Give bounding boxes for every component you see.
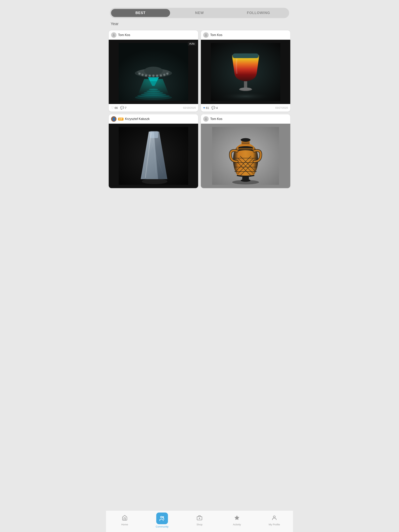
card2-header: Tom Kos: [201, 30, 290, 40]
nav-activity-label: Activity: [233, 523, 241, 526]
svg-point-71: [163, 517, 164, 518]
nav-community[interactable]: Community: [143, 513, 181, 528]
svg-point-65: [241, 138, 250, 142]
svg-point-24: [156, 75, 158, 77]
filter-tab-new[interactable]: NEW: [170, 9, 229, 17]
nav-community-label: Community: [156, 525, 168, 528]
card2-comment-icon: 💬: [211, 106, 215, 110]
filter-tab-following[interactable]: FOLLOWING: [229, 9, 288, 17]
svg-rect-54: [242, 177, 249, 181]
card3-vip-badge: VIP: [118, 118, 123, 120]
nav-profile[interactable]: My Profile: [256, 515, 293, 526]
svg-point-14: [139, 73, 141, 75]
svg-point-32: [205, 34, 207, 35]
card1-author: Tom Kos: [118, 33, 130, 37]
card-amphora[interactable]: Tom Kos: [201, 114, 290, 188]
card-goblet[interactable]: Tom Kos: [201, 30, 290, 112]
card-ufo[interactable]: Tom Kos: [109, 30, 198, 112]
nav-home-label: Home: [121, 523, 128, 526]
card1-date: 02/19/2020: [183, 106, 196, 109]
card2-comments-group: 💬 4: [211, 106, 218, 110]
svg-point-34: [218, 92, 274, 101]
svg-point-12: [144, 67, 163, 75]
nav-shop[interactable]: Shop: [181, 515, 218, 526]
card2-heart-icon: ♥: [203, 106, 205, 110]
card1-avatar: [111, 32, 116, 38]
svg-marker-75: [235, 515, 239, 520]
card3-image: [109, 124, 198, 188]
card4-header: Tom Kos: [201, 114, 290, 124]
card1-comment-icon: 💬: [120, 106, 124, 110]
filter-tab-best[interactable]: BEST: [111, 9, 170, 17]
card2-canvas: [201, 40, 290, 104]
card1-footer: ♡ 66 💬 7 02/19/2020: [109, 104, 198, 112]
card1-image: #Ufo: [109, 40, 198, 104]
card1-comments-group: 💬 7: [120, 106, 126, 110]
nav-shop-label: Shop: [197, 523, 202, 526]
card2-likes-group: ♥ 61: [203, 106, 209, 110]
svg-point-6: [147, 90, 160, 92]
svg-point-31: [135, 95, 172, 100]
svg-point-76: [273, 516, 275, 518]
card2-avatar: [203, 32, 209, 38]
card3-author: Krzysztof Kałuszk: [125, 117, 150, 121]
card3-avatar: 👤: [111, 116, 116, 122]
svg-point-39: [240, 88, 251, 90]
card1-header: Tom Kos: [109, 30, 198, 40]
svg-point-22: [153, 75, 154, 77]
svg-point-30: [166, 73, 168, 75]
svg-point-28: [163, 74, 165, 76]
svg-point-0: [113, 34, 115, 35]
nav-profile-label: My Profile: [269, 523, 280, 526]
shop-icon: [197, 515, 202, 522]
card4-author: Tom Kos: [210, 117, 222, 121]
card2-date: 03/27/2020: [275, 106, 288, 109]
svg-point-50: [205, 118, 207, 119]
svg-point-26: [160, 74, 162, 76]
svg-point-18: [145, 74, 147, 76]
profile-icon: [271, 515, 277, 522]
svg-point-7: [149, 89, 158, 90]
svg-point-16: [142, 74, 144, 76]
nav-home[interactable]: Home: [106, 515, 143, 526]
nav-activity[interactable]: Activity: [218, 515, 256, 526]
cards-grid: Tom Kos: [106, 30, 293, 188]
home-icon: [122, 515, 128, 522]
card4-canvas: [201, 124, 290, 188]
card2-author: Tom Kos: [210, 33, 222, 37]
community-icon: [156, 513, 168, 524]
card-iceberg[interactable]: 👤 VIP Krzysztof Kałuszk: [109, 114, 198, 188]
section-label: Year: [111, 22, 288, 26]
card2-comments: 4: [216, 106, 218, 109]
svg-point-20: [149, 75, 151, 77]
card2-footer: ♥ 61 💬 4 03/27/2020: [201, 104, 290, 112]
card4-image: [201, 124, 290, 188]
card2-likes: 61: [206, 106, 209, 109]
bottom-nav: Home Community Shop: [106, 510, 293, 532]
svg-point-41: [142, 178, 167, 184]
activity-icon: [234, 515, 240, 522]
card2-image: [201, 40, 290, 104]
svg-rect-36: [233, 53, 258, 58]
svg-point-70: [161, 516, 162, 518]
card1-canvas: [109, 40, 198, 104]
card1-likes-group: ♡ 66: [111, 106, 118, 110]
filter-bar: BEST NEW FOLLOWING: [110, 8, 289, 18]
card3-canvas: [109, 124, 198, 188]
card1-tag: #Ufo: [188, 42, 196, 46]
card3-header: 👤 VIP Krzysztof Kałuszk: [109, 114, 198, 124]
card1-heart-icon: ♡: [111, 106, 114, 110]
card1-comments: 7: [125, 106, 126, 109]
card4-avatar: [203, 116, 209, 122]
card1-likes: 66: [115, 106, 118, 109]
